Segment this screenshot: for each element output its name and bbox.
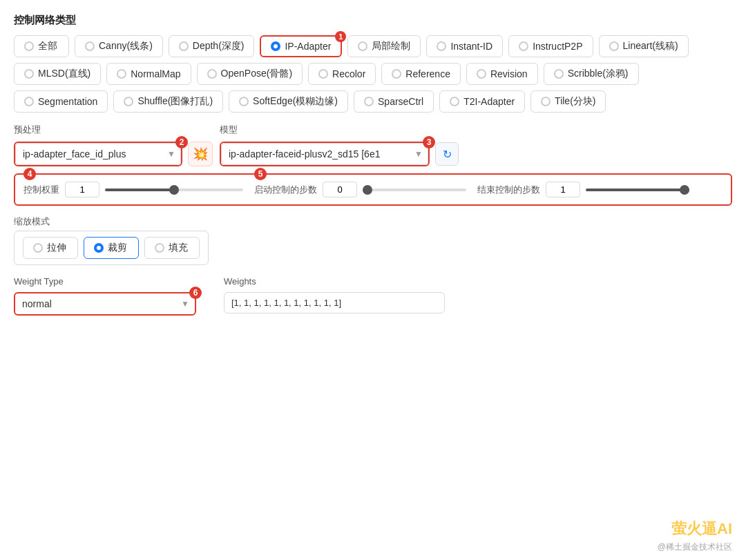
radio-label-tile: Tile(分块): [555, 95, 595, 108]
radio-item-canny[interactable]: Canny(线条): [75, 35, 163, 57]
radio-label-reference: Reference: [405, 68, 450, 79]
radio-item-ip-adapter[interactable]: IP-Adapter1: [260, 35, 342, 57]
radio-circle-ip-adapter: [271, 41, 280, 51]
radio-item-local-draw[interactable]: 局部绘制: [347, 35, 421, 57]
zoom-option-fill[interactable]: 填充: [144, 237, 200, 259]
radio-circle-sparsectrl: [364, 97, 374, 106]
radio-circle-shuffle: [124, 97, 133, 106]
weights-label: Weights: [224, 276, 445, 287]
radio-item-revision[interactable]: Revision: [466, 63, 538, 85]
end-steps-label: 结束控制的步数: [477, 184, 540, 196]
refresh-button[interactable]: ↻: [435, 142, 459, 166]
radio-circle-all: [24, 41, 34, 51]
radio-circle-instant-id: [437, 41, 446, 51]
radio-label-normalmap: NormalMap: [131, 68, 180, 79]
radio-label-lineart: Lineart(线稿): [623, 40, 678, 52]
radio-label-instructp2p: InstructP2P: [533, 41, 582, 52]
radio-circle-recolor: [318, 69, 328, 79]
weight-type-select[interactable]: normalease inease outease in-out: [15, 293, 195, 314]
badge-weight: 4: [23, 168, 36, 180]
control-network-section: 控制网络类型 全部Canny(线条)Depth(深度)IP-Adapter1局部…: [14, 14, 732, 113]
preprocess-wrapper: 2 ip-adapter_face_id_plusip-adapter_face…: [14, 142, 182, 166]
radio-label-openpose: OpenPose(骨骼): [221, 68, 292, 80]
weight-slider-group: 4 控制权重: [23, 182, 243, 197]
radio-label-segmentation: Segmentation: [38, 96, 97, 107]
radio-label-instant-id: Instant-ID: [450, 41, 492, 52]
preprocess-model-row: 预处理 2 ip-adapter_face_id_plusip-adapter_…: [14, 124, 732, 166]
radio-item-sparsectrl[interactable]: SparseCtrl: [354, 90, 434, 113]
badge-steps: 5: [254, 168, 267, 180]
radio-label-recolor: Recolor: [332, 68, 365, 79]
radio-label-sparsectrl: SparseCtrl: [378, 96, 423, 107]
zoom-label-crop: 裁剪: [108, 242, 127, 254]
preprocess-field: 预处理 2 ip-adapter_face_id_plusip-adapter_…: [14, 124, 213, 166]
zoom-label-fill: 填充: [169, 242, 188, 254]
radio-item-mlsd[interactable]: MLSD(直线): [14, 63, 101, 85]
radio-item-segmentation[interactable]: Segmentation: [14, 90, 108, 113]
preprocess-select[interactable]: ip-adapter_face_id_plusip-adapter_face_i…: [15, 143, 181, 165]
zoom-option-crop[interactable]: 裁剪: [84, 237, 139, 259]
weight-type-label: Weight Type: [14, 276, 196, 287]
radio-item-all[interactable]: 全部: [14, 35, 69, 57]
model-field: 模型 3 ip-adapter-faceid-plusv2_sd15 [6e1i…: [220, 124, 459, 166]
weights-input[interactable]: [224, 292, 445, 313]
radio-circle-tile: [541, 97, 551, 106]
badge-weight-type: 6: [189, 287, 202, 299]
model-label: 模型: [220, 124, 459, 136]
radio-item-scribble[interactable]: Scribble(涂鸦): [544, 63, 639, 85]
radio-label-ip-adapter: IP-Adapter: [285, 41, 331, 52]
end-step-slider[interactable]: [586, 189, 689, 191]
radio-circle-local-draw: [358, 41, 367, 51]
sliders-section: 4 控制权重 5 启动控制的步数 结束控制的步数: [14, 173, 732, 206]
preprocess-label: 预处理: [14, 124, 213, 136]
radio-item-depth[interactable]: Depth(深度): [169, 35, 255, 57]
zoom-circle-crop: [94, 243, 104, 253]
weight-value[interactable]: [65, 182, 99, 197]
radio-label-canny: Canny(线条): [99, 40, 153, 52]
star-icon: 💥: [193, 146, 208, 162]
radio-label-revision: Revision: [490, 68, 528, 79]
radio-circle-depth: [179, 41, 189, 51]
radio-circle-canny: [85, 41, 95, 51]
radio-item-shuffle[interactable]: Shuffle(图像打乱): [113, 90, 223, 113]
radio-item-recolor[interactable]: Recolor: [308, 63, 376, 85]
radio-circle-softedge: [239, 97, 249, 106]
end-step-value[interactable]: [546, 182, 580, 197]
weights-field: Weights: [224, 276, 445, 313]
zoom-option-stretch[interactable]: 拉伸: [23, 237, 78, 259]
radio-label-depth: Depth(深度): [193, 40, 245, 52]
model-select[interactable]: ip-adapter-faceid-plusv2_sd15 [6e1ip-ada…: [221, 143, 428, 165]
badge-model: 3: [423, 136, 435, 148]
radio-item-softedge[interactable]: SoftEdge(模糊边缘): [229, 90, 348, 113]
radio-item-tile[interactable]: Tile(分块): [530, 90, 606, 113]
start-step-value[interactable]: [323, 182, 357, 197]
radio-circle-openpose: [207, 69, 217, 79]
radio-item-instant-id[interactable]: Instant-ID: [426, 35, 503, 57]
radio-item-reference[interactable]: Reference: [381, 63, 461, 85]
radio-item-instructp2p[interactable]: InstructP2P: [508, 35, 593, 57]
radio-item-lineart[interactable]: Lineart(线稿): [599, 35, 689, 57]
radio-circle-lineart: [609, 41, 619, 51]
radio-circle-segmentation: [24, 97, 34, 106]
weight-slider[interactable]: [105, 189, 243, 191]
section-title: 控制网络类型: [14, 14, 732, 27]
watermark-sub: @稀土掘金技术社区: [658, 541, 732, 553]
ip-adapter-number-badge: 1: [335, 31, 346, 42]
radio-label-softedge: SoftEdge(模糊边缘): [253, 95, 338, 108]
zoom-options: 拉伸裁剪填充: [14, 231, 209, 265]
weight-type-field: Weight Type 6 normalease inease outease …: [14, 276, 196, 316]
radio-circle-t2i: [450, 97, 459, 106]
weight-label: 控制权重: [23, 184, 59, 196]
radio-circle-instructp2p: [519, 41, 528, 51]
watermark: 萤火逼AI: [671, 519, 732, 539]
star-button[interactable]: 💥: [188, 142, 213, 166]
radio-item-openpose[interactable]: OpenPose(骨骼): [197, 63, 303, 85]
weight-type-wrapper: 6 normalease inease outease in-out ▼: [14, 292, 196, 316]
radio-circle-mlsd: [24, 69, 34, 79]
badge-preprocess: 2: [175, 136, 188, 148]
radio-item-normalmap[interactable]: NormalMap: [106, 63, 191, 85]
zoom-section: 缩放模式 拉伸裁剪填充: [14, 215, 732, 265]
radio-circle-scribble: [554, 69, 564, 79]
radio-item-t2i[interactable]: T2I-Adapter: [439, 90, 525, 113]
start-step-slider[interactable]: [363, 189, 466, 191]
